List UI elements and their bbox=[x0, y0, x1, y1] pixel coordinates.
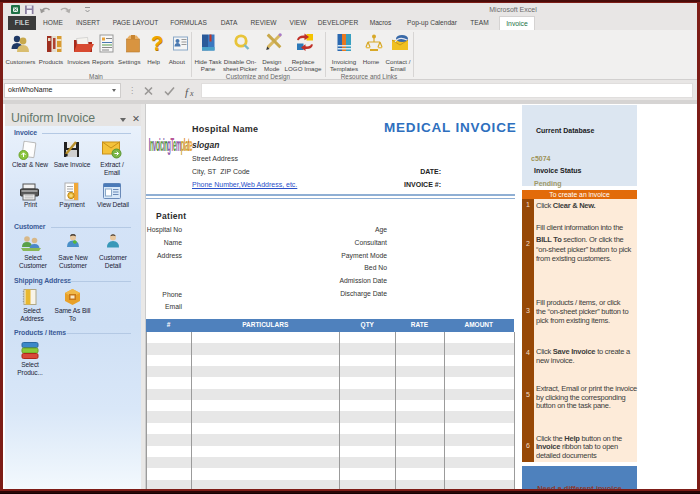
svg-text:x: x bbox=[189, 89, 194, 98]
